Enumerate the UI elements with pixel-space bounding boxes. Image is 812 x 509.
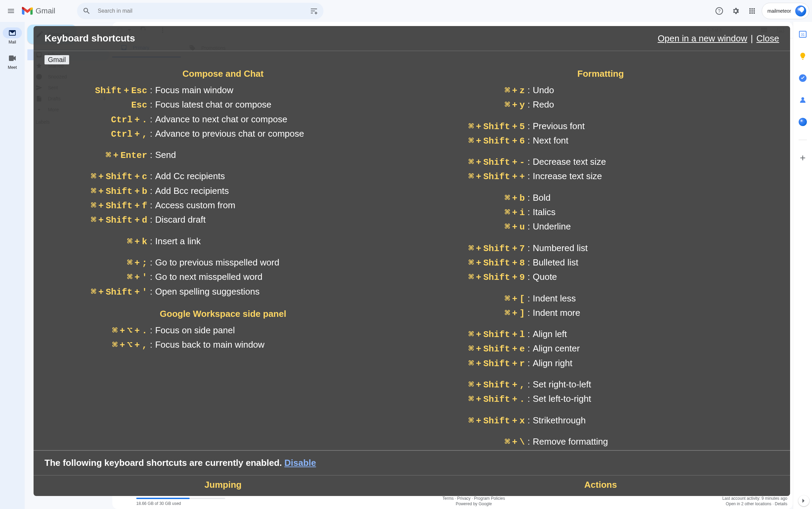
formatting-shortcut-row: ⌘+b:Bold	[422, 191, 779, 205]
shortcut-description: Discard draft	[155, 213, 402, 226]
shortcut-keys: ⌘+Enter	[45, 149, 147, 162]
formatting-shortcut-row: ⌘+Shift+,:Set right-to-left	[422, 377, 779, 392]
sidepanel-shortcut-row: ⌘+⌥+,:Focus back to main window	[45, 338, 402, 352]
gear-icon	[732, 7, 740, 15]
formatting-shortcut-row: ⌘+Shift+8:Bulleted list	[422, 256, 779, 270]
shortcut-keys: ⌘+Shift+f	[45, 199, 147, 213]
disable-shortcuts-link[interactable]: Disable	[284, 458, 316, 468]
search-options-button[interactable]	[307, 4, 321, 18]
mailmeteor-app[interactable]	[796, 115, 810, 129]
shortcut-description: Focus main window	[155, 83, 402, 97]
search-icon	[83, 7, 91, 15]
shortcut-description: Previous font	[533, 119, 779, 133]
compose-shortcut-row: ⌘+k:Insert a link	[45, 234, 402, 249]
gmail-logo[interactable]: Gmail	[22, 7, 55, 15]
search-button[interactable]	[80, 4, 93, 18]
shortcut-description: Increase text size	[533, 169, 779, 183]
shortcut-keys: ⌘+Shift+'	[45, 285, 147, 299]
shortcut-keys: ⌘+Shift+8	[422, 256, 525, 270]
shortcut-keys: ⌘+Shift+5	[422, 120, 525, 134]
shortcut-description: Next font	[533, 134, 779, 147]
shortcuts-status-row: The following keyboard shortcuts are cur…	[34, 450, 790, 475]
storage-bar	[136, 498, 225, 499]
compose-shortcut-row: ⌘+Shift+b:Add Bcc recipients	[45, 184, 402, 198]
side-panel: 31	[793, 22, 812, 509]
formatting-shortcut-row: ⌘+]:Indent more	[422, 306, 779, 320]
shortcut-description: Set right-to-left	[533, 377, 779, 391]
account-switcher[interactable]: mailmeteor	[762, 3, 809, 19]
footer: 18.66 GB of 30 GB used Terms · Privacy ·…	[136, 496, 787, 506]
shortcut-description: Indent less	[533, 291, 779, 305]
shortcut-description: Italics	[533, 205, 779, 219]
meet-icon	[3, 53, 22, 64]
section-formatting-title: Formatting	[422, 69, 779, 79]
shortcut-description: Open spelling suggestions	[155, 285, 402, 298]
shortcut-keys: ⌘+Shift+9	[422, 271, 525, 284]
settings-button[interactable]	[729, 4, 743, 18]
formatting-shortcut-row: ⌘+Shift+6:Next font	[422, 134, 779, 148]
formatting-shortcut-row: ⌘+Shift+r:Align right	[422, 356, 779, 371]
shortcut-keys: ⌘+Shift+d	[45, 213, 147, 227]
shortcut-description: Indent more	[533, 306, 779, 320]
shortcut-description: Focus back to main window	[155, 338, 402, 351]
tasks-app[interactable]	[796, 71, 810, 85]
support-button[interactable]: ?	[712, 4, 726, 18]
avatar	[795, 5, 806, 16]
shortcuts-scroll-area[interactable]: Gmail Compose and Chat Shift+Esc:Focus m…	[34, 51, 790, 450]
footer-locations[interactable]: Open in 2 other locations · Details	[722, 501, 787, 506]
shortcut-keys: Shift+Esc	[45, 84, 147, 98]
svg-text:?: ?	[718, 8, 721, 14]
footer-powered: Powered by Google	[443, 501, 505, 506]
gmail-header: Gmail ? mailmeteor	[0, 0, 812, 22]
shortcut-keys: ⌘+;	[45, 256, 147, 270]
close-dialog-link[interactable]: Close	[757, 33, 779, 44]
shortcut-description: Send	[155, 148, 402, 162]
compose-shortcut-row: Esc:Focus latest chat or compose	[45, 98, 402, 112]
footer-activity: Last account activity: 9 minutes ago	[722, 496, 787, 501]
footer-terms[interactable]: Terms · Privacy · Program Policies	[443, 496, 505, 501]
formatting-shortcut-row: ⌘+y:Redo	[422, 98, 779, 112]
formatting-shortcut-row: ⌘+Shift+e:Align center	[422, 342, 779, 356]
shortcut-description: Go to previous misspelled word	[155, 256, 402, 269]
shortcut-description: Underline	[533, 220, 779, 233]
hide-sidepanel-button[interactable]	[798, 495, 809, 506]
shortcut-description: Add Bcc recipients	[155, 184, 402, 198]
contacts-app[interactable]	[796, 93, 810, 107]
rail-mail[interactable]: Mail	[3, 27, 22, 45]
shortcuts-enabled-text: The following keyboard shortcuts are cur…	[45, 458, 284, 468]
search-bar[interactable]	[77, 3, 323, 19]
apps-button[interactable]	[745, 4, 759, 18]
svg-text:31: 31	[801, 33, 805, 37]
menu-button[interactable]	[3, 3, 19, 19]
gmail-logo-text: Gmail	[36, 7, 55, 15]
account-name: mailmeteor	[767, 8, 791, 14]
get-addons[interactable]	[796, 151, 810, 165]
shortcut-description: Bold	[533, 191, 779, 204]
section-jumping-title: Jumping	[45, 480, 402, 490]
shortcut-keys: Ctrl+,	[45, 127, 147, 141]
shortcut-keys: ⌘+Shift+x	[422, 414, 525, 428]
shortcuts-col-left: Compose and Chat Shift+Esc:Focus main wi…	[45, 66, 402, 449]
gmail-logo-icon	[22, 7, 33, 15]
shortcut-keys: ⌘+]	[422, 307, 525, 320]
search-input[interactable]	[93, 8, 307, 14]
rail-meet[interactable]: Meet	[3, 53, 22, 70]
shortcuts-col-right: Formatting ⌘+z:Undo⌘+y:Redo⌘+Shift+5:Pre…	[422, 66, 779, 449]
shortcut-description: Numbered list	[533, 241, 779, 255]
shortcut-description: Quote	[533, 270, 779, 284]
calendar-app[interactable]: 31	[796, 27, 810, 41]
shortcut-description: Decrease text size	[533, 155, 779, 169]
formatting-shortcut-row: ⌘+\:Remove formatting	[422, 435, 779, 449]
tasks-icon	[799, 74, 807, 82]
shortcut-description: Focus on side panel	[155, 323, 402, 337]
calendar-icon: 31	[799, 30, 807, 38]
shortcut-keys: ⌘+'	[45, 271, 147, 284]
keep-app[interactable]	[796, 49, 810, 63]
contacts-icon	[799, 96, 807, 104]
dialog-title: Keyboard shortcuts	[45, 33, 135, 44]
shortcut-keys: ⌘+Shift+7	[422, 242, 525, 256]
plus-icon	[799, 154, 807, 162]
shortcut-description: Undo	[533, 83, 779, 97]
open-new-window-link[interactable]: Open in a new window	[658, 33, 747, 44]
rail-mail-label: Mail	[9, 40, 16, 45]
